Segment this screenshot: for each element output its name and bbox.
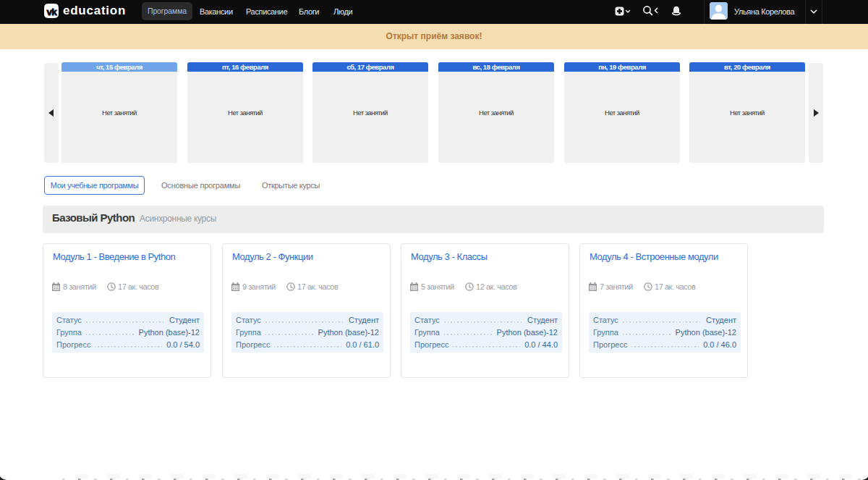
svg-text:vk: vk: [47, 7, 58, 17]
